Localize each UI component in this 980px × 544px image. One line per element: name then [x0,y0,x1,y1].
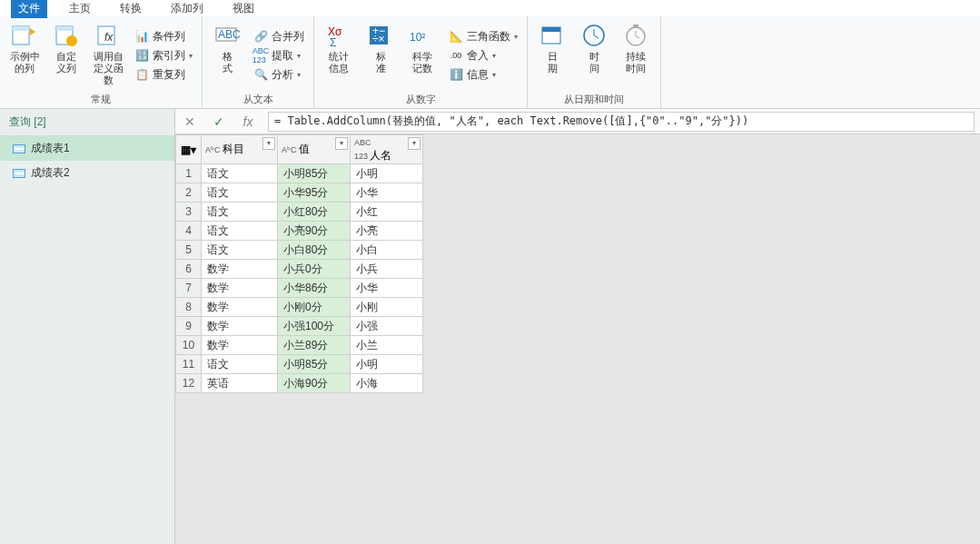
cell-name[interactable]: 小红 [351,203,423,222]
table-row[interactable]: 1语文小明85分小明 [176,164,423,183]
row-number[interactable]: 12 [176,374,202,393]
merge-cols-button[interactable]: 🔗合并列 [250,28,308,45]
tab-file[interactable]: 文件 [11,0,47,18]
cell-subject[interactable]: 语文 [202,355,278,374]
table-row[interactable]: 10数学小兰89分小兰 [176,336,423,355]
standard-button[interactable]: +−÷× 标 准 [361,20,400,74]
cell-value[interactable]: 小亮90分 [278,222,351,241]
tab-home[interactable]: 主页 [62,0,98,18]
row-number[interactable]: 5 [176,241,202,260]
table-row[interactable]: 4语文小亮90分小亮 [176,222,423,241]
cell-name[interactable]: 小刚 [351,298,423,317]
cell-value[interactable]: 小华95分 [278,183,351,203]
cell-name[interactable]: 小兵 [351,260,423,279]
cell-name[interactable]: 小华 [351,183,423,203]
index-col-button[interactable]: 🔢索引列▾ [131,47,196,64]
cell-value[interactable]: 小红80分 [278,203,351,222]
scientific-button[interactable]: 10² 科学 记数 [403,20,441,74]
cell-subject[interactable]: 语文 [202,241,278,260]
commit-formula-button[interactable]: ✓ [204,114,233,129]
duration-button[interactable]: 持续 时间 [617,20,655,74]
cell-subject[interactable]: 数学 [202,279,278,298]
formula-input[interactable] [268,112,975,132]
col-header-subject[interactable]: AᵇC科目▾ [202,135,278,164]
cell-name[interactable]: 小亮 [351,222,423,241]
cell-value[interactable]: 小明85分 [278,355,351,374]
row-number[interactable]: 6 [176,260,202,279]
cell-value[interactable]: 小华86分 [278,279,351,298]
table-row[interactable]: 11语文小明85分小明 [176,355,423,374]
cell-subject[interactable]: 语文 [202,164,278,183]
conditional-col-button[interactable]: 📊条件列 [131,28,196,45]
table-row[interactable]: 7数学小华86分小华 [176,279,423,298]
table-row[interactable]: 6数学小兵0分小兵 [176,260,423,279]
cell-name[interactable]: 小明 [351,164,423,183]
row-number[interactable]: 8 [176,298,202,317]
table-row[interactable]: 9数学小强100分小强 [176,317,423,336]
cell-value[interactable]: 小白80分 [278,241,351,260]
cell-subject[interactable]: 数学 [202,260,278,279]
date-button[interactable]: 日 期 [533,20,571,74]
row-number[interactable]: 7 [176,279,202,298]
group-from-text-label: 从文本 [208,91,308,106]
tab-transform[interactable]: 转换 [113,0,149,18]
round-button[interactable]: .00舍入▾ [445,47,521,64]
cell-subject[interactable]: 语文 [202,183,278,203]
row-number[interactable]: 3 [176,203,202,222]
cell-subject[interactable]: 数学 [202,336,278,355]
row-number[interactable]: 4 [176,222,202,241]
cell-value[interactable]: 小兰89分 [278,336,351,355]
cell-subject[interactable]: 英语 [202,374,278,393]
row-number[interactable]: 1 [176,164,202,183]
cell-name[interactable]: 小明 [351,355,423,374]
cell-value[interactable]: 小明85分 [278,164,351,183]
query-item[interactable]: 成绩表1 [0,136,174,161]
cell-value[interactable]: 小强100分 [278,317,351,336]
query-item[interactable]: 成绩表2 [0,161,174,185]
cancel-formula-button[interactable]: ✕ [175,114,204,129]
parse-button[interactable]: 🔍分析▾ [250,66,308,84]
col-from-examples-button[interactable]: 示例中 的列 [5,20,44,74]
queries-header[interactable]: 查询 [2] [0,109,174,136]
format-button[interactable]: ABC 格 式 [208,20,246,74]
row-number[interactable]: 2 [176,183,202,203]
cell-value[interactable]: 小刚0分 [278,298,351,317]
cell-subject[interactable]: 数学 [202,298,278,317]
filter-icon[interactable]: ▾ [262,137,275,150]
custom-col-button[interactable]: 自定 义列 [47,20,85,74]
cell-subject[interactable]: 语文 [202,222,278,241]
tab-view[interactable]: 视图 [225,0,262,18]
extract-button[interactable]: ABC123提取▾ [250,47,308,64]
tab-add-column[interactable]: 添加列 [163,0,211,18]
table-row[interactable]: 8数学小刚0分小刚 [176,298,423,317]
filter-icon[interactable]: ▾ [335,137,348,150]
info-button[interactable]: ℹ️信息▾ [445,66,521,84]
cell-value[interactable]: 小兵0分 [278,260,351,279]
col-header-value[interactable]: AᵇC值▾ [278,135,351,164]
row-number[interactable]: 10 [176,336,202,355]
table-row[interactable]: 3语文小红80分小红 [176,203,423,222]
table-row[interactable]: 5语文小白80分小白 [176,241,423,260]
cell-value[interactable]: 小海90分 [278,374,351,393]
table-row[interactable]: 2语文小华95分小华 [176,183,423,203]
filter-icon[interactable]: ▾ [408,137,421,150]
row-number[interactable]: 9 [176,317,202,336]
cell-name[interactable]: 小白 [351,241,423,260]
cell-name[interactable]: 小海 [351,374,423,393]
cell-subject[interactable]: 数学 [202,317,278,336]
trig-button[interactable]: 📐三角函数▾ [445,28,521,45]
cell-name[interactable]: 小兰 [351,336,423,355]
group-from-datetime: 日 期 时 间 持续 时间 从日期和时间 [528,16,661,108]
table-corner[interactable]: ▦▾ [176,135,202,164]
cell-name[interactable]: 小华 [351,279,423,298]
cell-name[interactable]: 小强 [351,317,423,336]
duplicate-col-button[interactable]: 📋重复列 [131,66,196,84]
table-row[interactable]: 12英语小海90分小海 [176,374,423,393]
time-button[interactable]: 时 间 [575,20,613,74]
data-grid[interactable]: ▦▾ AᵇC科目▾ AᵇC值▾ ABC123人名▾ 1语文小明85分小明2语文小… [175,134,980,544]
stats-button[interactable]: XσΣ 统计 信息 [320,20,358,74]
invoke-fn-button[interactable]: fx 调用自 定义函数 [89,20,127,86]
row-number[interactable]: 11 [176,355,202,374]
cell-subject[interactable]: 语文 [202,203,278,222]
col-header-name[interactable]: ABC123人名▾ [351,135,423,164]
